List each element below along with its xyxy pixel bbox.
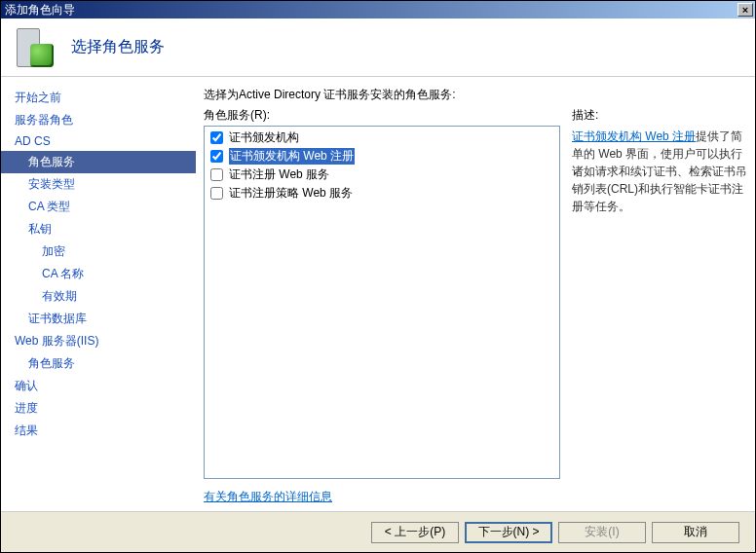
close-button[interactable]: × [737,3,753,17]
option-checkbox-0[interactable] [210,131,223,144]
role-services-listbox[interactable]: 证书颁发机构证书颁发机构 Web 注册证书注册 Web 服务证书注册策略 Web… [204,126,560,479]
sidebar-item-8[interactable]: CA 名称 [1,263,196,285]
next-button[interactable]: 下一步(N) > [465,522,552,543]
sidebar-item-3[interactable]: 角色服务 [1,151,196,173]
option-checkbox-3[interactable] [210,187,223,200]
sidebar-item-11[interactable]: Web 服务器(IIS) [1,330,196,352]
window-title: 添加角色向导 [3,2,737,18]
option-checkbox-2[interactable] [210,168,223,181]
option-row-0[interactable]: 证书颁发机构 [207,129,557,147]
server-role-icon [13,26,56,69]
titlebar: 添加角色向导 × [1,1,755,18]
list-label: 角色服务(R): [204,107,560,124]
sidebar-item-13[interactable]: 确认 [1,375,196,397]
description-text: 证书颁发机构 Web 注册提供了简单的 Web 界面，使用户可以执行诸如请求和续… [572,128,747,215]
page-heading: 选择角色服务 [71,37,165,57]
description-title: 描述: [572,107,747,124]
sidebar-item-4[interactable]: 安装类型 [1,173,196,196]
sidebar-item-2[interactable]: AD CS [1,131,196,151]
install-button[interactable]: 安装(I) [558,522,646,543]
sidebar-item-7[interactable]: 加密 [1,240,196,263]
sidebar-item-10[interactable]: 证书数据库 [1,308,196,330]
description-link[interactable]: 证书颁发机构 Web 注册 [572,129,696,143]
option-label-3: 证书注册策略 Web 服务 [229,185,353,202]
option-row-2[interactable]: 证书注册 Web 服务 [207,166,557,184]
more-info-link[interactable]: 有关角色服务的详细信息 [204,489,560,505]
sidebar-item-12[interactable]: 角色服务 [1,352,196,375]
option-row-3[interactable]: 证书注册策略 Web 服务 [207,184,557,203]
instruction-text: 选择为Active Directory 证书服务安装的角色服务: [204,87,747,103]
option-label-2: 证书注册 Web 服务 [229,166,329,183]
option-label-0: 证书颁发机构 [229,129,299,146]
sidebar-item-1[interactable]: 服务器角色 [1,109,196,131]
sidebar-item-6[interactable]: 私钥 [1,218,196,240]
sidebar-item-15[interactable]: 结果 [1,420,196,442]
option-row-1[interactable]: 证书颁发机构 Web 注册 [207,147,557,166]
description-panel: 描述: 证书颁发机构 Web 注册提供了简单的 Web 界面，使用户可以执行诸如… [572,107,747,505]
wizard-sidebar: 开始之前服务器角色AD CS角色服务安装类型CA 类型私钥加密CA 名称有效期证… [1,77,196,511]
cancel-button[interactable]: 取消 [652,522,739,543]
option-label-1: 证书颁发机构 Web 注册 [229,148,355,165]
prev-button[interactable]: < 上一步(P) [371,522,459,543]
sidebar-item-5[interactable]: CA 类型 [1,196,196,218]
sidebar-item-14[interactable]: 进度 [1,397,196,420]
wizard-footer: < 上一步(P) 下一步(N) > 安装(I) 取消 [1,511,755,552]
sidebar-item-9[interactable]: 有效期 [1,285,196,308]
wizard-header: 选择角色服务 [1,18,755,77]
option-checkbox-1[interactable] [210,150,223,163]
main-panel: 选择为Active Directory 证书服务安装的角色服务: 角色服务(R)… [196,77,755,511]
sidebar-item-0[interactable]: 开始之前 [1,87,196,109]
